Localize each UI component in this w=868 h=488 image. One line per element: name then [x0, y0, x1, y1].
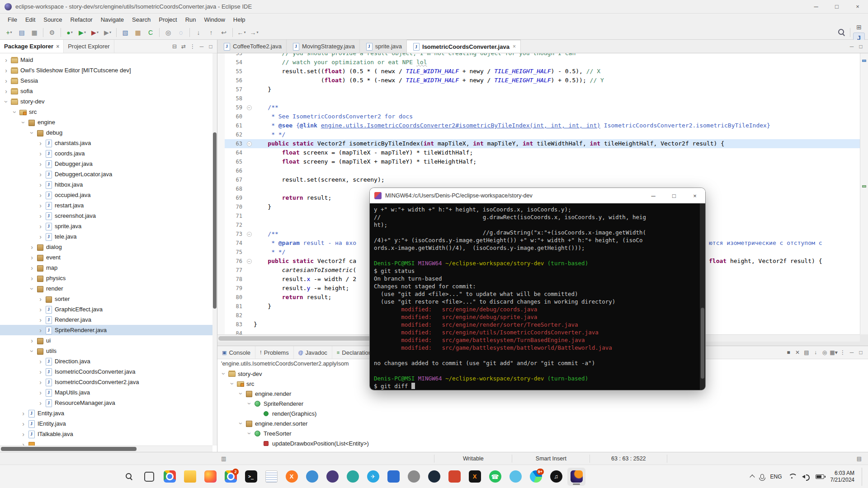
expand-arrow-icon[interactable]: › — [37, 192, 44, 199]
view-menu-icon[interactable]: ⋮ — [188, 42, 197, 51]
open-type-button[interactable]: ◎ — [162, 27, 174, 38]
menu-edit[interactable]: Edit — [21, 15, 39, 24]
collapse-icon[interactable]: − — [247, 232, 252, 237]
tree-item-owl-s-slideshow-editor-mitcutscene-dev[interactable]: ›Owl's Slideshow Editor [MITCutscene dev… — [0, 65, 217, 75]
expand-arrow-icon[interactable]: › — [20, 410, 27, 417]
result-item-updatedrawboxposition-list-entity[interactable]: updateDrawboxPosition(List<Entity>) — [217, 438, 868, 448]
view-menu-icon[interactable]: ⋮ — [838, 348, 847, 357]
tree-item-graphiceffect-java[interactable]: ›JGraphicEffect.java — [0, 304, 217, 314]
scrollbar-thumb[interactable] — [213, 132, 217, 309]
dropdown-arrow-icon[interactable]: ▾ — [71, 30, 73, 34]
search-dialog-button[interactable]: ◌ — [175, 27, 187, 38]
battery-icon[interactable] — [816, 474, 824, 479]
tree-item-sorter[interactable]: ›sorter — [0, 294, 217, 304]
menu-window[interactable]: Window — [200, 15, 229, 24]
previous-annotation-button[interactable]: ↑ — [205, 27, 217, 38]
tree-item-screenshot-java[interactable]: ›Jscreenshot.java — [0, 211, 217, 221]
tray-overflow-chevron-icon[interactable] — [750, 474, 755, 479]
last-edit-location-button[interactable]: ↩ — [218, 27, 230, 38]
view-tab-project-explorer[interactable]: Project Explorer — [64, 40, 114, 53]
expand-arrow-icon[interactable]: › — [37, 181, 44, 188]
minimize-view-icon[interactable]: ─ — [847, 42, 856, 51]
new-java-project-button[interactable]: ▧ — [119, 27, 131, 38]
collapse-icon[interactable]: − — [247, 259, 252, 264]
taskbar-notepad-icon[interactable] — [262, 468, 280, 486]
expand-arrow-icon[interactable]: › — [37, 233, 44, 240]
expand-arrow-icon[interactable]: › — [37, 160, 44, 168]
debug-button[interactable]: ●▾ — [64, 27, 75, 38]
taskbar-app-blue-icon[interactable] — [303, 468, 321, 486]
collapse-icon[interactable]: − — [247, 141, 252, 146]
expand-arrow-icon[interactable]: › — [28, 347, 36, 354]
wifi-icon[interactable] — [788, 474, 796, 479]
window-maximize-button[interactable]: □ — [826, 0, 847, 13]
menu-help[interactable]: Help — [229, 15, 250, 24]
dropdown-arrow-icon[interactable]: ▾ — [97, 30, 99, 34]
dropdown-arrow-icon[interactable]: ▾ — [256, 30, 258, 34]
tree-item-map[interactable]: ›map — [0, 263, 217, 273]
tree-item-debuggerlocator-java[interactable]: ›JDebuggerLocator.java — [0, 169, 217, 179]
expand-arrow-icon[interactable]: › — [246, 400, 253, 407]
sidebar-vertical-scrollbar[interactable] — [212, 53, 217, 446]
status-right-icon[interactable]: ▤ — [857, 455, 862, 462]
taskbar-app-teal-icon[interactable] — [344, 468, 362, 486]
pin-console-icon[interactable]: ◎ — [820, 348, 829, 357]
tree-item-tele-java[interactable]: ›Jtele.java — [0, 231, 217, 242]
editor-tab-coffeetoffee2-java[interactable]: JCoffeeToffee2.java — [217, 40, 287, 53]
terminal-scrollbar[interactable] — [700, 203, 705, 390]
expand-arrow-icon[interactable]: › — [37, 316, 44, 324]
terminal-minimize-button[interactable]: ─ — [643, 188, 664, 203]
tree-item-render[interactable]: ›render — [0, 283, 217, 294]
taskbar-app-orange-x-icon[interactable]: X — [283, 468, 301, 486]
expand-arrow-icon[interactable]: › — [28, 254, 35, 261]
remove-launch-icon[interactable]: ✕ — [793, 348, 802, 357]
expand-arrow-icon[interactable]: › — [3, 67, 9, 74]
expand-arrow-icon[interactable]: › — [37, 296, 44, 303]
expand-arrow-icon[interactable]: › — [3, 98, 10, 105]
expand-arrow-icon[interactable]: › — [28, 244, 35, 251]
expand-arrow-icon[interactable]: › — [3, 77, 9, 84]
taskbar-edge-icon[interactable]: 9+ — [527, 468, 545, 486]
tree-item-event[interactable]: ›event — [0, 252, 217, 263]
taskbar-paint-icon[interactable] — [506, 468, 524, 486]
tree-item-isometriccoordsconverter2-java[interactable]: ›JIsometricCoordsConverter2.java — [0, 377, 217, 387]
expand-arrow-icon[interactable]: › — [37, 368, 44, 375]
expand-arrow-icon[interactable]: › — [37, 212, 44, 220]
maximize-view-icon[interactable]: □ — [856, 42, 865, 51]
expand-arrow-icon[interactable]: › — [28, 129, 36, 136]
tree-item-italkable-java[interactable]: ›JITalkable.java — [0, 429, 217, 439]
expand-arrow-icon[interactable]: › — [20, 431, 27, 438]
taskbar-terminal-app-icon[interactable]: >_ — [242, 468, 260, 486]
expand-arrow-icon[interactable]: › — [220, 371, 227, 377]
dropdown-arrow-icon[interactable]: ▾ — [109, 30, 111, 34]
maximize-view-icon[interactable]: □ — [856, 348, 865, 357]
expand-arrow-icon[interactable]: › — [246, 430, 253, 437]
expand-arrow-icon[interactable]: › — [28, 285, 36, 292]
scroll-lock-icon[interactable]: ↓ — [811, 348, 820, 357]
dropdown-arrow-icon[interactable]: ▾ — [84, 30, 86, 34]
view-tab-package-explorer[interactable]: Package Explorer× — [0, 40, 64, 53]
taskbar-file-explorer-icon[interactable] — [181, 468, 199, 486]
collapse-all-icon[interactable]: ⊟ — [170, 42, 179, 51]
tree-item-occupied-java[interactable]: ›Joccupied.java — [0, 190, 217, 200]
print-button[interactable]: ▦ — [28, 27, 40, 38]
terminal-titlebar[interactable]: MINGW64:/c/Users/Denis-PC/eclipse-worksp… — [370, 188, 705, 203]
expand-arrow-icon[interactable]: › — [3, 88, 9, 95]
taskbar-steam-icon[interactable] — [425, 468, 443, 486]
expand-arrow-icon[interactable]: › — [237, 390, 245, 397]
menu-refactor[interactable]: Refactor — [66, 15, 97, 24]
tree-item-engine[interactable]: ›engine — [0, 117, 217, 127]
taskbar-start-icon[interactable] — [99, 468, 118, 486]
terminal-close-button[interactable]: × — [684, 188, 705, 203]
tree-item-src[interactable]: ›src — [0, 107, 217, 117]
window-titlebar[interactable]: eclipse-workspace - story-dev/src/engine… — [0, 0, 868, 14]
expand-arrow-icon[interactable]: › — [3, 56, 9, 64]
coverage-button[interactable]: ▶▾ — [89, 27, 101, 38]
tree-item-restart-java[interactable]: ›Jrestart.java — [0, 200, 217, 211]
taskbar-chrome-profile-icon[interactable]: 2 — [222, 468, 240, 486]
forward-button[interactable]: →▾ — [248, 27, 260, 38]
window-minimize-button[interactable]: ─ — [806, 0, 826, 13]
taskbar-telegram-icon[interactable]: ✈ — [364, 468, 382, 486]
result-item-treesorter[interactable]: ›TreeSorter — [217, 428, 868, 438]
clock[interactable]: 6:03 AM 7/21/2024 — [830, 470, 854, 483]
